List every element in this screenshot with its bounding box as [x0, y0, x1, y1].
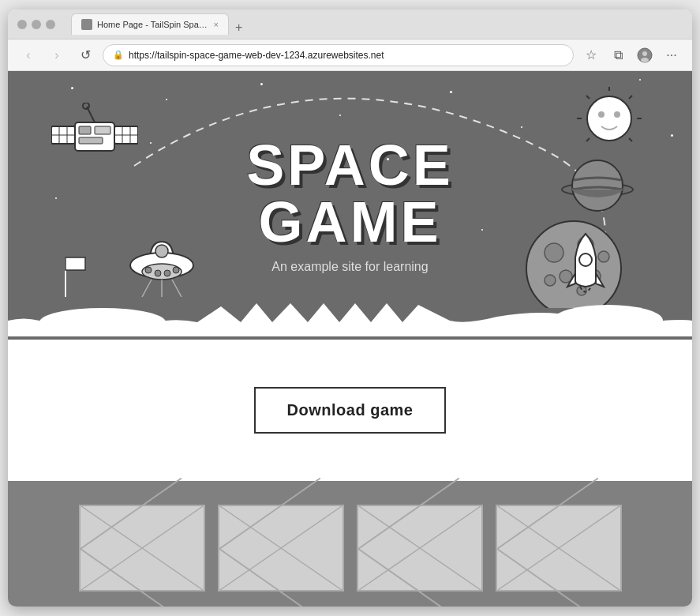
address-bar[interactable]: 🔒 https://tailspin-space-game-web-dev-12… — [103, 44, 574, 66]
active-tab[interactable]: Home Page - TailSpin SpaceGa... × — [71, 13, 229, 35]
svg-point-29 — [572, 160, 623, 211]
svg-point-1 — [642, 51, 647, 56]
minimize-traffic-light[interactable] — [32, 20, 41, 29]
svg-point-48 — [39, 308, 166, 336]
page-content: SPACE GAME An example site for learning … — [8, 71, 692, 607]
svg-point-26 — [614, 111, 620, 118]
svg-line-22 — [586, 96, 590, 99]
profile-icon — [637, 47, 653, 63]
svg-rect-47 — [66, 257, 85, 270]
maximize-traffic-light[interactable] — [46, 20, 55, 29]
svg-point-2 — [641, 58, 649, 62]
svg-point-25 — [598, 111, 605, 118]
tab-close-icon[interactable]: × — [214, 20, 219, 29]
lock-icon: 🔒 — [113, 50, 124, 60]
download-game-button[interactable]: Download game — [254, 387, 447, 434]
tab-bar: Home Page - TailSpin SpaceGa... × + — [71, 13, 683, 35]
placeholder-image-4 — [496, 505, 622, 592]
title-line1: SPACE — [246, 133, 454, 197]
refresh-button[interactable]: ↺ — [74, 44, 96, 66]
placeholder-image-2 — [218, 505, 344, 592]
more-button[interactable]: ··· — [661, 44, 683, 66]
svg-line-19 — [629, 96, 632, 99]
svg-point-44 — [173, 267, 179, 273]
navigation-bar: ‹ › ↺ 🔒 https://tailspin-space-game-web-… — [8, 39, 692, 71]
svg-line-21 — [629, 138, 632, 141]
svg-point-17 — [587, 96, 631, 141]
placeholder-image-3 — [357, 505, 483, 592]
traffic-lights — [17, 20, 55, 29]
svg-line-24 — [586, 138, 590, 141]
terrain-illustration — [8, 273, 692, 340]
placeholder-image-1 — [79, 505, 205, 592]
svg-point-49 — [552, 305, 663, 336]
download-section: Download game — [8, 340, 692, 481]
new-tab-button[interactable]: + — [232, 21, 245, 35]
svg-point-41 — [145, 267, 152, 273]
browser-titlebar: Home Page - TailSpin SpaceGa... × + — [8, 9, 692, 39]
game-title: SPACE GAME — [246, 137, 454, 250]
url-text: https://tailspin-space-game-web-dev-1234… — [129, 50, 384, 61]
hero-banner: SPACE GAME An example site for learning — [8, 71, 692, 340]
favorites-button[interactable]: ☆ — [580, 44, 602, 66]
profile-button[interactable] — [634, 44, 656, 66]
tab-favicon-icon — [81, 19, 92, 30]
svg-point-31 — [545, 243, 563, 262]
browser-window: Home Page - TailSpin SpaceGa... × + ‹ › … — [8, 9, 692, 607]
forward-button[interactable]: › — [46, 44, 68, 66]
back-button[interactable]: ‹ — [17, 44, 39, 66]
game-title-area: SPACE GAME An example site for learning — [246, 137, 454, 274]
collections-button[interactable]: ⧉ — [607, 44, 629, 66]
nav-right-controls: ☆ ⧉ ··· — [580, 44, 683, 66]
game-subtitle: An example site for learning — [246, 260, 454, 274]
title-line2: GAME — [259, 190, 442, 254]
close-traffic-light[interactable] — [17, 20, 27, 29]
bottom-image-grid — [8, 481, 692, 607]
tab-title-label: Home Page - TailSpin SpaceGa... — [97, 20, 209, 29]
svg-point-45 — [155, 245, 168, 257]
